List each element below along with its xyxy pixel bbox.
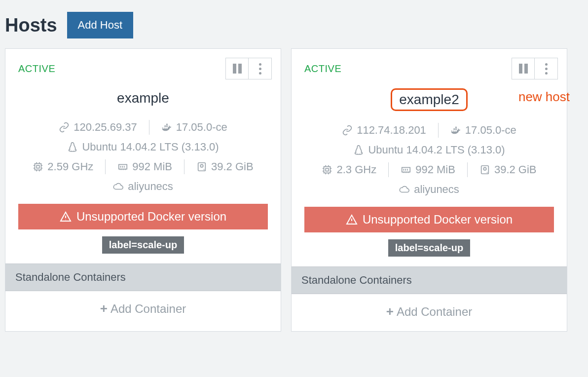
add-container-button[interactable]: + Add Container <box>292 294 567 331</box>
host-disk: 39.2 GiB <box>494 163 537 176</box>
pause-button[interactable] <box>512 58 535 79</box>
svg-point-12 <box>484 169 485 169</box>
pause-icon <box>519 64 528 74</box>
svg-rect-9 <box>402 167 410 172</box>
host-card: ACTIVE example2 new host 112.74.18.201 <box>291 48 567 332</box>
pause-button[interactable] <box>226 58 249 79</box>
memory-icon <box>117 161 128 172</box>
host-disk: 39.2 GiB <box>211 160 254 173</box>
host-name[interactable]: example <box>110 88 176 108</box>
add-container-label: Add Container <box>110 302 186 316</box>
host-label-tag: label=scale-up <box>388 239 470 257</box>
warning-icon <box>60 211 72 223</box>
docker-version: 17.05.0-ce <box>465 124 516 137</box>
host-cpu: 2.3 GHz <box>336 163 376 176</box>
warning-text: Unsupported Docker version <box>76 210 226 224</box>
pause-icon <box>233 64 242 74</box>
menu-button[interactable] <box>249 58 271 79</box>
svg-rect-8 <box>326 168 329 171</box>
disk-icon <box>479 164 490 175</box>
host-label-tag: label=scale-up <box>102 236 184 254</box>
page-header: Hosts Add Host <box>0 0 588 48</box>
host-card: ACTIVE example 120.25.69.37 17.05.0-ce <box>5 48 281 332</box>
add-container-button[interactable]: + Add Container <box>5 291 281 328</box>
cpu-icon <box>322 164 332 175</box>
annotation-new-host: new host <box>518 89 570 105</box>
docker-version: 17.05.0-ce <box>176 121 227 134</box>
card-actions <box>512 58 558 79</box>
cloud-icon <box>399 184 410 195</box>
containers-section-header: Standalone Containers <box>292 266 567 294</box>
docker-icon <box>161 122 172 133</box>
svg-rect-0 <box>35 164 41 170</box>
host-memory: 992 MiB <box>132 160 172 173</box>
host-os: Ubuntu 14.04.2 LTS (3.13.0) <box>82 141 219 153</box>
warning-icon <box>346 214 358 226</box>
svg-rect-2 <box>119 164 127 169</box>
svg-point-6 <box>204 169 205 170</box>
svg-point-13 <box>487 172 488 173</box>
linux-icon <box>353 145 364 155</box>
svg-rect-1 <box>37 165 40 168</box>
linux-icon <box>67 142 78 152</box>
host-cpu: 2.59 GHz <box>47 160 93 173</box>
link-icon <box>59 122 70 133</box>
host-ip: 120.25.69.37 <box>74 121 137 134</box>
add-container-label: Add Container <box>397 305 472 319</box>
link-icon <box>342 125 353 136</box>
plus-icon: + <box>386 304 394 319</box>
svg-point-5 <box>202 166 202 166</box>
status-badge: ACTIVE <box>18 63 55 75</box>
svg-rect-7 <box>324 167 331 173</box>
cloud-icon <box>113 181 124 192</box>
host-memory: 992 MiB <box>415 163 455 176</box>
warning-banner: Unsupported Docker version <box>18 204 268 229</box>
more-icon <box>259 63 261 75</box>
warning-text: Unsupported Docker version <box>363 213 513 226</box>
warning-banner: Unsupported Docker version <box>304 207 554 232</box>
host-name[interactable]: example2 <box>391 88 467 111</box>
page-title: Hosts <box>5 15 57 36</box>
card-actions <box>225 58 272 79</box>
host-cards-container: ACTIVE example 120.25.69.37 17.05.0-ce <box>0 48 588 332</box>
cpu-icon <box>33 161 43 172</box>
plus-icon: + <box>100 301 108 316</box>
host-provider: aliyunecs <box>414 183 459 196</box>
status-badge: ACTIVE <box>304 63 341 75</box>
disk-icon <box>196 161 207 172</box>
memory-icon <box>401 164 411 175</box>
host-provider: aliyunecs <box>128 180 173 193</box>
containers-section-header: Standalone Containers <box>5 264 281 291</box>
host-ip: 112.74.18.201 <box>357 124 426 137</box>
docker-icon <box>450 125 461 136</box>
host-os: Ubuntu 14.04.2 LTS (3.13.0) <box>368 144 505 156</box>
more-icon <box>545 63 548 75</box>
menu-button[interactable] <box>535 58 557 79</box>
add-host-button[interactable]: Add Host <box>67 12 134 38</box>
